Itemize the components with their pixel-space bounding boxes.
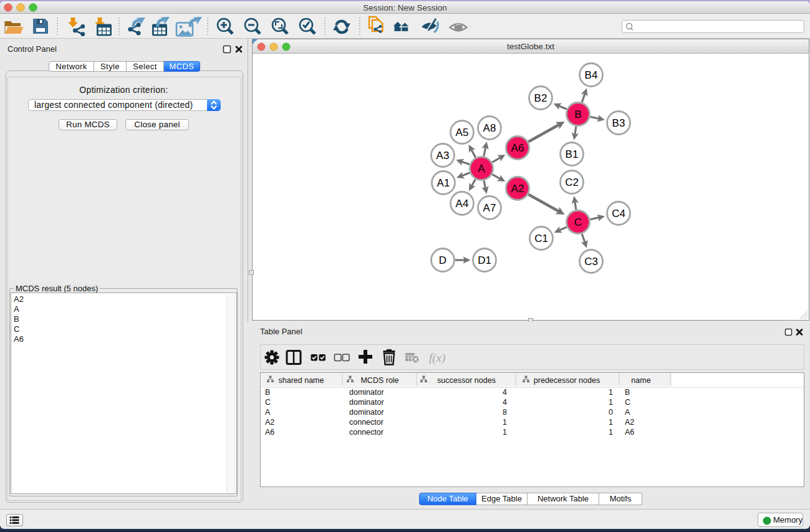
svg-text:successor nodes: successor nodes bbox=[437, 376, 496, 385]
svg-text:f(x): f(x) bbox=[429, 351, 445, 365]
svg-text:A1: A1 bbox=[437, 177, 450, 189]
svg-text:C: C bbox=[574, 216, 582, 228]
svg-text:D: D bbox=[439, 254, 446, 266]
svg-text:C2: C2 bbox=[565, 177, 579, 188]
svg-text:A: A bbox=[478, 163, 485, 175]
svg-text:A5: A5 bbox=[456, 127, 469, 138]
svg-text:A6: A6 bbox=[511, 142, 524, 154]
svg-text:A2: A2 bbox=[511, 183, 524, 195]
svg-text:C4: C4 bbox=[612, 208, 625, 220]
svg-text:B2: B2 bbox=[534, 92, 547, 104]
svg-text:C3: C3 bbox=[584, 256, 598, 268]
svg-text:shared name: shared name bbox=[279, 376, 324, 385]
svg-text:A8: A8 bbox=[483, 122, 496, 134]
svg-text:D1: D1 bbox=[478, 254, 491, 266]
svg-text:B3: B3 bbox=[612, 117, 625, 129]
svg-text:A3: A3 bbox=[436, 150, 450, 162]
svg-text:predecessor nodes: predecessor nodes bbox=[534, 376, 600, 385]
svg-text:A7: A7 bbox=[483, 202, 496, 214]
svg-text:C1: C1 bbox=[534, 233, 548, 244]
svg-text:B4: B4 bbox=[585, 69, 598, 81]
svg-text:name: name bbox=[631, 376, 650, 385]
svg-text:B1: B1 bbox=[566, 148, 579, 160]
svg-text:B: B bbox=[574, 109, 581, 120]
svg-text:MCDS role: MCDS role bbox=[360, 376, 398, 385]
svg-text:A4: A4 bbox=[456, 198, 469, 210]
